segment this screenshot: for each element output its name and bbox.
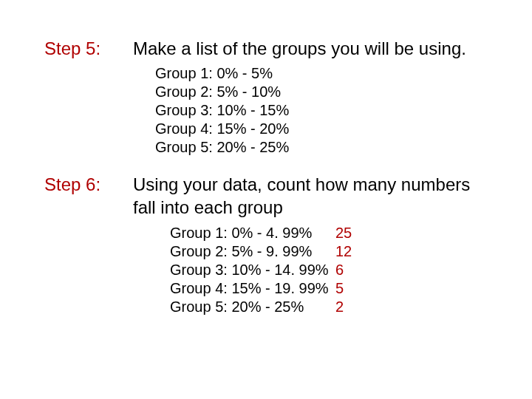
group-row: Group 3: 10% - 14. 99% 6 (170, 261, 488, 279)
step6-text: Using your data, count how many numbers … (133, 173, 488, 219)
group-row: Group 1: 0% - 4. 99% 25 (170, 224, 488, 242)
group-item: Group 2: 5% - 10% (155, 83, 488, 101)
group-count: 12 (332, 242, 352, 261)
group-count: 2 (332, 298, 344, 316)
step5-groups: Group 1: 0% - 5% Group 2: 5% - 10% Group… (155, 64, 488, 157)
group-range: Group 5: 20% - 25% (170, 298, 332, 316)
group-row: Group 2: 5% - 9. 99% 12 (170, 242, 488, 261)
group-count: 25 (332, 224, 352, 242)
group-item: Group 5: 20% - 25% (155, 138, 488, 157)
step5-label: Step 5: (44, 37, 133, 60)
group-row: Group 5: 20% - 25% 2 (170, 298, 488, 316)
group-range: Group 3: 10% - 14. 99% (170, 261, 332, 279)
group-count: 5 (332, 279, 344, 298)
group-range: Group 2: 5% - 9. 99% (170, 242, 332, 261)
step6-groups: Group 1: 0% - 4. 99% 25 Group 2: 5% - 9.… (170, 224, 488, 316)
group-range: Group 1: 0% - 4. 99% (170, 224, 332, 242)
step5-block: Step 5: Make a list of the groups you wi… (44, 37, 488, 60)
group-item: Group 1: 0% - 5% (155, 64, 488, 83)
group-item: Group 4: 15% - 20% (155, 120, 488, 138)
group-count: 6 (332, 261, 344, 279)
group-item: Group 3: 10% - 15% (155, 101, 488, 120)
step6-block: Step 6: Using your data, count how many … (44, 173, 488, 219)
step5-text: Make a list of the groups you will be us… (133, 37, 488, 60)
slide: Step 5: Make a list of the groups you wi… (0, 0, 532, 399)
step6-label: Step 6: (44, 173, 133, 196)
group-range: Group 4: 15% - 19. 99% (170, 279, 332, 298)
group-row: Group 4: 15% - 19. 99% 5 (170, 279, 488, 298)
